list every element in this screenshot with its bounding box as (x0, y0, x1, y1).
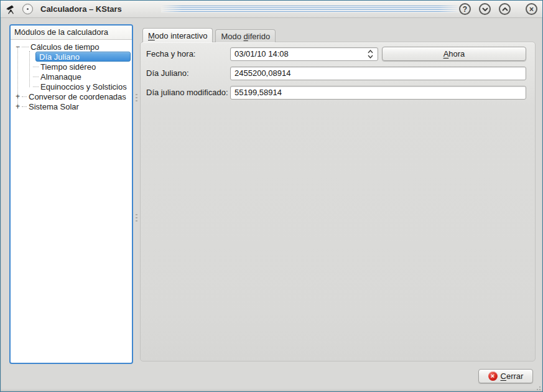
julian-day-label: Día Juliano: (146, 68, 189, 78)
titlebar-decoration-stripes (161, 6, 460, 12)
tree-item-label: Tiempo sidéreo (40, 62, 96, 72)
splitter-grip (136, 214, 137, 223)
spin-down-button[interactable] (366, 54, 374, 59)
tree-item-equinoccios-y-solsticios[interactable]: Equinoccios y Solsticios (11, 82, 132, 91)
expand-toggle-icon[interactable]: + (15, 94, 21, 100)
tree-branch-line (33, 86, 39, 87)
tab-label: Modo diferido (221, 32, 270, 41)
collapse-toggle-icon[interactable]: − (15, 44, 21, 50)
tree-item-dia-juliano[interactable]: Día Juliano (11, 52, 132, 62)
help-button[interactable]: ? (459, 3, 471, 15)
panel-splitter[interactable] (133, 24, 140, 364)
julian-day-field (230, 67, 526, 80)
kstars-telescope-icon (6, 4, 17, 15)
tree-branch-line (22, 96, 27, 97)
julian-day-row: Día Juliano: (146, 66, 526, 80)
minimize-button[interactable] (479, 3, 491, 15)
expand-toggle-icon[interactable]: + (15, 104, 21, 110)
tree-item-label: Sistema Solar (29, 102, 79, 111)
splitter-grip (136, 94, 137, 103)
chevron-down-icon (368, 55, 373, 58)
close-button-label: Cerrar (501, 371, 524, 381)
date-time-label: Fecha y hora: (146, 49, 196, 58)
close-icon: × (529, 6, 534, 13)
date-time-row: Fecha y hora: Ahora (146, 47, 526, 61)
selected-item-highlight: Día Juliano (35, 52, 131, 62)
chevron-up-icon (368, 50, 373, 54)
close-dialog-button[interactable]: × Cerrar (478, 369, 533, 383)
tree-item-conversor-de-coordenadas[interactable]: + Conversor de coordenadas (11, 91, 132, 101)
tree-branch-line (22, 106, 27, 107)
close-x-icon: × (488, 371, 498, 381)
window-title: Calculadora – KStars (40, 4, 122, 14)
tree-item-label: Equinoccios y Solsticios (40, 82, 127, 91)
tab-modo-interactivo[interactable]: Modo interactivo (142, 28, 213, 42)
tree-item-label: Conversor de coordenadas (29, 92, 126, 101)
maximize-button[interactable] (499, 3, 511, 15)
modified-julian-day-field (230, 86, 526, 100)
mode-tabs: Modo interactivo Modo diferido (142, 28, 276, 42)
date-time-field (230, 47, 378, 61)
julian-day-input[interactable] (231, 67, 526, 80)
tree-header: Módulos de la calculadora (11, 26, 132, 40)
tree-branch-line (22, 47, 29, 47)
window-controls: ? × (459, 3, 537, 15)
now-button[interactable]: Ahora (382, 47, 526, 61)
titlebar[interactable]: Calculadora – KStars ? × (1, 1, 542, 18)
tab-label: Modo interactivo (148, 31, 207, 40)
tree-item-label: Día Juliano (39, 52, 80, 62)
tree-item-label: Almanaque (40, 72, 81, 82)
help-icon: ? (463, 6, 467, 13)
tab-modo-diferido[interactable]: Modo diferido (215, 29, 276, 42)
chevron-up-icon (502, 7, 508, 11)
tree-item-sistema-solar[interactable]: + Sistema Solar (11, 101, 132, 111)
tree-item-calculos-de-tiempo[interactable]: − Cálculos de tiempo (11, 42, 132, 52)
modified-julian-day-input[interactable] (231, 86, 526, 99)
window-close-button[interactable]: × (526, 3, 537, 15)
tree-item-tiempo-sidereo[interactable]: Tiempo sidéreo (11, 62, 132, 72)
modified-julian-day-row: Día juliano modificado: (146, 85, 526, 100)
tree-item-almanaque[interactable]: Almanaque (11, 72, 132, 82)
tree-item-label: Cálculos de tiempo (30, 42, 100, 52)
date-time-spinner (365, 49, 375, 60)
tree-branch-line (33, 77, 39, 77)
interactive-mode-panel: Fecha y hora: Ahora Día Juliano: (140, 42, 536, 362)
module-tree: − Cálculos de tiempo Día Juliano Tiempo … (11, 40, 132, 111)
date-time-input[interactable] (231, 48, 378, 60)
window-menu-icon[interactable] (22, 4, 33, 14)
chevron-down-icon (482, 7, 488, 11)
spin-up-button[interactable] (366, 49, 374, 54)
calculator-modules-panel: Módulos de la calculadora − Cálculos de … (9, 24, 133, 364)
modified-julian-day-label: Día juliano modificado: (146, 88, 228, 97)
tree-branch-line (33, 67, 39, 67)
now-button-label: Ahora (443, 49, 465, 58)
resize-grip[interactable] (534, 384, 541, 390)
kstars-calculator-window: Calculadora – KStars ? × Módulos de la c… (0, 0, 543, 392)
